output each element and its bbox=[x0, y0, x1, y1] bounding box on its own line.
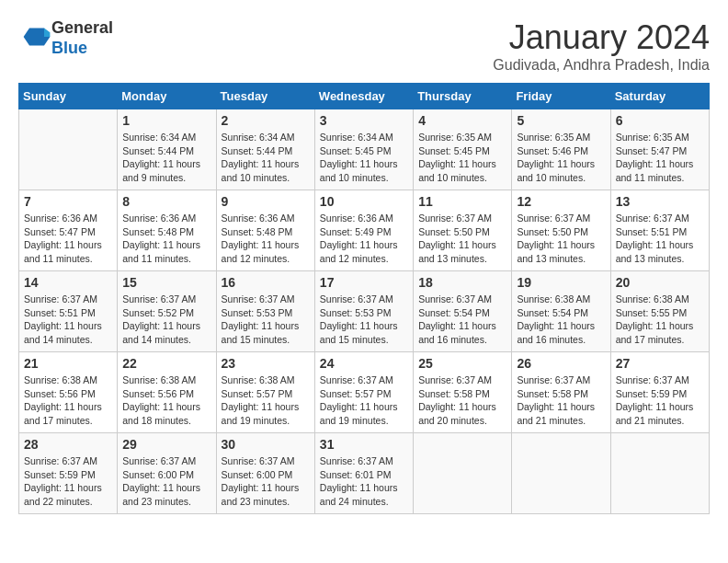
day-info: Sunrise: 6:37 AMSunset: 5:50 PMDaylight:… bbox=[418, 212, 506, 266]
calendar-cell: 26Sunrise: 6:37 AMSunset: 5:58 PMDayligh… bbox=[512, 352, 610, 433]
day-number: 24 bbox=[320, 356, 408, 371]
header-saturday: Saturday bbox=[610, 84, 709, 109]
day-info: Sunrise: 6:38 AMSunset: 5:54 PMDaylight:… bbox=[517, 293, 605, 347]
calendar-cell: 14Sunrise: 6:37 AMSunset: 5:51 PMDayligh… bbox=[19, 271, 118, 352]
day-number: 29 bbox=[122, 437, 210, 452]
week-row-5: 28Sunrise: 6:37 AMSunset: 5:59 PMDayligh… bbox=[19, 433, 710, 514]
day-number: 27 bbox=[616, 356, 704, 371]
day-info: Sunrise: 6:37 AMSunset: 5:50 PMDaylight:… bbox=[517, 212, 605, 266]
calendar-cell: 31Sunrise: 6:37 AMSunset: 6:01 PMDayligh… bbox=[314, 433, 413, 514]
day-number: 3 bbox=[320, 113, 408, 128]
calendar-cell: 6Sunrise: 6:35 AMSunset: 5:47 PMDaylight… bbox=[610, 109, 709, 190]
day-number: 18 bbox=[418, 275, 506, 290]
day-info: Sunrise: 6:37 AMSunset: 5:51 PMDaylight:… bbox=[616, 212, 704, 266]
calendar-cell: 5Sunrise: 6:35 AMSunset: 5:46 PMDaylight… bbox=[512, 109, 610, 190]
calendar-cell: 7Sunrise: 6:36 AMSunset: 5:47 PMDaylight… bbox=[19, 190, 118, 271]
day-number: 12 bbox=[517, 194, 605, 209]
day-info: Sunrise: 6:35 AMSunset: 5:46 PMDaylight:… bbox=[517, 131, 605, 185]
calendar-cell: 12Sunrise: 6:37 AMSunset: 5:50 PMDayligh… bbox=[512, 190, 610, 271]
calendar-subtitle: Gudivada, Andhra Pradesh, India bbox=[493, 57, 710, 74]
calendar-cell: 24Sunrise: 6:37 AMSunset: 5:57 PMDayligh… bbox=[314, 352, 413, 433]
page-header: General Blue January 2024 Gudivada, Andh… bbox=[18, 18, 710, 74]
calendar-cell: 20Sunrise: 6:38 AMSunset: 5:55 PMDayligh… bbox=[610, 271, 709, 352]
day-number: 23 bbox=[222, 356, 310, 371]
day-number: 28 bbox=[24, 437, 112, 452]
day-number: 7 bbox=[24, 194, 112, 209]
calendar-cell: 27Sunrise: 6:37 AMSunset: 5:59 PMDayligh… bbox=[610, 352, 709, 433]
calendar-cell: 18Sunrise: 6:37 AMSunset: 5:54 PMDayligh… bbox=[414, 271, 512, 352]
day-info: Sunrise: 6:35 AMSunset: 5:45 PMDaylight:… bbox=[418, 131, 506, 185]
calendar-cell: 16Sunrise: 6:37 AMSunset: 5:53 PMDayligh… bbox=[216, 271, 314, 352]
calendar-cell: 28Sunrise: 6:37 AMSunset: 5:59 PMDayligh… bbox=[19, 433, 118, 514]
calendar-cell bbox=[19, 109, 118, 190]
header-tuesday: Tuesday bbox=[216, 84, 314, 109]
day-number: 10 bbox=[320, 194, 408, 209]
day-info: Sunrise: 6:37 AMSunset: 5:51 PMDaylight:… bbox=[24, 293, 112, 347]
day-info: Sunrise: 6:38 AMSunset: 5:57 PMDaylight:… bbox=[222, 373, 310, 428]
day-number: 16 bbox=[222, 275, 310, 290]
day-number: 14 bbox=[24, 275, 112, 290]
day-number: 21 bbox=[24, 356, 112, 371]
day-number: 1 bbox=[122, 113, 210, 128]
calendar-cell: 19Sunrise: 6:38 AMSunset: 5:54 PMDayligh… bbox=[512, 271, 610, 352]
day-info: Sunrise: 6:38 AMSunset: 5:56 PMDaylight:… bbox=[24, 373, 112, 428]
header-thursday: Thursday bbox=[414, 84, 512, 109]
calendar-cell: 30Sunrise: 6:37 AMSunset: 6:00 PMDayligh… bbox=[216, 433, 314, 514]
header-sunday: Sunday bbox=[19, 84, 118, 109]
calendar-cell: 25Sunrise: 6:37 AMSunset: 5:58 PMDayligh… bbox=[414, 352, 512, 433]
svg-marker-1 bbox=[44, 28, 50, 37]
calendar-cell: 4Sunrise: 6:35 AMSunset: 5:45 PMDaylight… bbox=[414, 109, 512, 190]
day-number: 2 bbox=[222, 113, 310, 128]
day-info: Sunrise: 6:36 AMSunset: 5:48 PMDaylight:… bbox=[222, 212, 310, 266]
header-monday: Monday bbox=[118, 84, 216, 109]
calendar-cell: 8Sunrise: 6:36 AMSunset: 5:48 PMDaylight… bbox=[118, 190, 216, 271]
calendar-cell bbox=[414, 433, 512, 514]
header-friday: Friday bbox=[512, 84, 610, 109]
calendar-cell: 3Sunrise: 6:34 AMSunset: 5:45 PMDaylight… bbox=[314, 109, 413, 190]
day-info: Sunrise: 6:34 AMSunset: 5:44 PMDaylight:… bbox=[122, 131, 210, 185]
day-number: 5 bbox=[517, 113, 605, 128]
day-number: 30 bbox=[222, 437, 310, 452]
day-number: 31 bbox=[320, 437, 408, 452]
day-info: Sunrise: 6:36 AMSunset: 5:47 PMDaylight:… bbox=[24, 212, 112, 266]
calendar-table: SundayMondayTuesdayWednesdayThursdayFrid… bbox=[18, 83, 710, 514]
calendar-cell bbox=[610, 433, 709, 514]
calendar-cell: 10Sunrise: 6:36 AMSunset: 5:49 PMDayligh… bbox=[314, 190, 413, 271]
day-info: Sunrise: 6:37 AMSunset: 5:54 PMDaylight:… bbox=[418, 293, 506, 347]
day-info: Sunrise: 6:37 AMSunset: 6:00 PMDaylight:… bbox=[122, 454, 210, 509]
day-number: 4 bbox=[418, 113, 506, 128]
day-number: 6 bbox=[616, 113, 704, 128]
day-info: Sunrise: 6:34 AMSunset: 5:44 PMDaylight:… bbox=[222, 131, 310, 185]
calendar-cell bbox=[512, 433, 610, 514]
day-info: Sunrise: 6:37 AMSunset: 5:57 PMDaylight:… bbox=[320, 373, 408, 428]
day-info: Sunrise: 6:38 AMSunset: 5:56 PMDaylight:… bbox=[122, 373, 210, 428]
day-info: Sunrise: 6:37 AMSunset: 5:59 PMDaylight:… bbox=[24, 454, 112, 509]
calendar-cell: 21Sunrise: 6:38 AMSunset: 5:56 PMDayligh… bbox=[19, 352, 118, 433]
calendar-cell: 1Sunrise: 6:34 AMSunset: 5:44 PMDaylight… bbox=[118, 109, 216, 190]
logo-general-text: General bbox=[51, 18, 113, 37]
day-info: Sunrise: 6:37 AMSunset: 5:58 PMDaylight:… bbox=[517, 373, 605, 428]
day-info: Sunrise: 6:36 AMSunset: 5:49 PMDaylight:… bbox=[320, 212, 408, 266]
calendar-cell: 2Sunrise: 6:34 AMSunset: 5:44 PMDaylight… bbox=[216, 109, 314, 190]
day-number: 17 bbox=[320, 275, 408, 290]
calendar-cell: 17Sunrise: 6:37 AMSunset: 5:53 PMDayligh… bbox=[314, 271, 413, 352]
logo-icon bbox=[22, 22, 51, 52]
calendar-cell: 23Sunrise: 6:38 AMSunset: 5:57 PMDayligh… bbox=[216, 352, 314, 433]
day-number: 13 bbox=[616, 194, 704, 209]
calendar-cell: 9Sunrise: 6:36 AMSunset: 5:48 PMDaylight… bbox=[216, 190, 314, 271]
day-info: Sunrise: 6:37 AMSunset: 6:00 PMDaylight:… bbox=[222, 454, 310, 509]
day-number: 26 bbox=[517, 356, 605, 371]
title-block: January 2024 Gudivada, Andhra Pradesh, I… bbox=[493, 18, 710, 74]
calendar-cell: 15Sunrise: 6:37 AMSunset: 5:52 PMDayligh… bbox=[118, 271, 216, 352]
week-row-1: 1Sunrise: 6:34 AMSunset: 5:44 PMDaylight… bbox=[19, 109, 710, 190]
calendar-cell: 22Sunrise: 6:38 AMSunset: 5:56 PMDayligh… bbox=[118, 352, 216, 433]
day-info: Sunrise: 6:37 AMSunset: 5:53 PMDaylight:… bbox=[222, 293, 310, 347]
day-number: 22 bbox=[122, 356, 210, 371]
days-header-row: SundayMondayTuesdayWednesdayThursdayFrid… bbox=[19, 84, 710, 109]
day-info: Sunrise: 6:37 AMSunset: 5:52 PMDaylight:… bbox=[122, 293, 210, 347]
day-number: 19 bbox=[517, 275, 605, 290]
day-info: Sunrise: 6:37 AMSunset: 6:01 PMDaylight:… bbox=[320, 454, 408, 509]
day-number: 15 bbox=[122, 275, 210, 290]
week-row-2: 7Sunrise: 6:36 AMSunset: 5:47 PMDaylight… bbox=[19, 190, 710, 271]
day-number: 25 bbox=[418, 356, 506, 371]
